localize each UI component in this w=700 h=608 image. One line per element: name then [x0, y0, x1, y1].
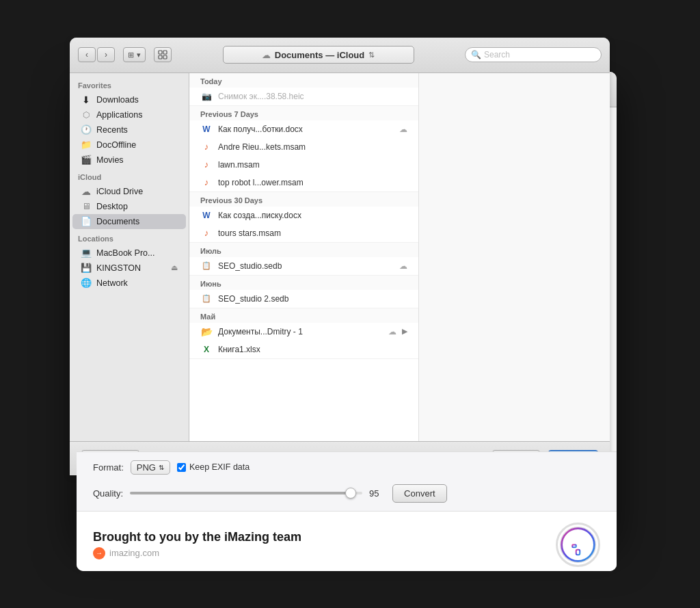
file-name: Andre Rieu...kets.msam [218, 142, 407, 152]
sidebar-item-network[interactable]: 🌐 Network [72, 276, 186, 291]
sidebar-item-label: Recents [96, 125, 128, 135]
file-name: top robot l...ower.msam [218, 178, 407, 187]
sidebar-item-macbook[interactable]: 💻 MacBook Pro... [72, 246, 186, 261]
forward-button[interactable]: › [97, 47, 115, 62]
file-item[interactable]: ♪ tours stars.msam [189, 224, 418, 242]
keep-exif-label: Keep EXIF data [189, 462, 250, 472]
keep-exif-row: Keep EXIF data [177, 462, 250, 472]
sedb-file-icon: 📋 [200, 260, 213, 272]
sidebar-item-kingston[interactable]: 💾 KINGSTON ⏏ [72, 261, 186, 276]
sidebar-item-label: Downloads [96, 95, 139, 105]
file-group-label: Today [189, 73, 418, 88]
file-group-label: Июль [189, 243, 418, 257]
promo-title: Brought to you by the iMazing team [93, 530, 301, 544]
file-group-may: Май 📂 Документы...Dmitry - 1 ☁ ▶ X Книга… [189, 308, 418, 359]
sidebar-item-desktop[interactable]: 🖥 Desktop [72, 199, 186, 214]
file-name: Книга1.xlsx [218, 345, 407, 354]
sidebar-item-label: DocOffline [96, 140, 136, 150]
nav-buttons: ‹ › [78, 47, 115, 62]
file-item[interactable]: ♪ Andre Rieu...kets.msam [189, 138, 418, 156]
file-group-label: Май [189, 308, 418, 323]
dialog-toolbar: ‹ › ⊞ ▾ ☁ Documents — iCloud ⇅ [70, 38, 610, 73]
location-cloud-icon: ☁ [262, 50, 271, 60]
location-chevron-icon: ⇅ [368, 51, 375, 60]
file-group-label: Previous 30 Days [189, 192, 418, 207]
quality-slider[interactable] [130, 492, 362, 494]
format-select[interactable]: PNG ⇅ [131, 460, 170, 475]
msam-file-icon: ♪ [200, 141, 213, 153]
sedb-file-icon: 📋 [200, 293, 213, 305]
detail-area [418, 73, 610, 441]
quality-value: 95 [369, 488, 386, 499]
quality-label: Quality: [93, 488, 123, 499]
file-group-7days: Previous 7 Days W Как получ...ботки.docx… [189, 106, 418, 192]
file-item[interactable]: W Как созда...писку.docx [189, 207, 418, 224]
promo-link[interactable]: → imazing.com [93, 547, 301, 559]
sidebar-item-icloud-drive[interactable]: ☁ iCloud Drive [72, 184, 186, 199]
file-group-june: Июнь 📋 SEO_studio 2.sedb [189, 276, 418, 308]
imazing-logo [556, 523, 600, 567]
sidebar-item-docoffline[interactable]: 📁 DocOffline [72, 137, 186, 153]
file-item[interactable]: ♪ lawn.msam [189, 156, 418, 174]
search-icon: 🔍 [471, 50, 481, 60]
sidebar-item-documents[interactable]: 📄 Documents [72, 214, 186, 229]
format-row: Format: PNG ⇅ Keep EXIF data [93, 460, 250, 475]
sidebar-item-label: Movies [96, 155, 124, 165]
svg-rect-9 [572, 544, 576, 547]
arrow-icon: ▶ [402, 327, 407, 336]
file-group-30days: Previous 30 Days W Как созда...писку.doc… [189, 192, 418, 243]
svg-rect-2 [159, 55, 162, 59]
file-name: SEO_studio.sedb [218, 261, 394, 271]
file-name: Документы...Dmitry - 1 [218, 327, 383, 336]
file-name: tours stars.msam [218, 228, 407, 238]
location-dropdown[interactable]: ☁ Documents — iCloud ⇅ [223, 46, 414, 64]
msam-file-icon: ♪ [200, 159, 213, 171]
desktop-icon: 🖥 [81, 201, 92, 212]
promo-section: Brought to you by the iMazing team → ima… [77, 512, 617, 571]
file-item[interactable]: W Как получ...ботки.docx ☁ [189, 120, 418, 138]
svg-rect-1 [163, 51, 167, 54]
applications-icon: ⬡ [81, 109, 92, 120]
search-box[interactable]: 🔍 Search [465, 47, 602, 62]
eject-icon[interactable]: ⏏ [171, 263, 178, 272]
sidebar-item-applications[interactable]: ⬡ Applications [72, 107, 186, 122]
file-name: Как созда...писку.docx [218, 211, 407, 220]
xlsx-file-icon: X [200, 343, 213, 356]
file-group-label: Previous 7 Days [189, 106, 418, 120]
sidebar-item-label: KINGSTON [96, 263, 141, 273]
macbook-icon: 💻 [81, 248, 92, 259]
file-item[interactable]: ♪ top robot l...ower.msam [189, 174, 418, 191]
sidebar-item-recents[interactable]: 🕐 Recents [72, 122, 186, 137]
folder-file-icon: 📂 [200, 326, 213, 338]
keep-exif-checkbox[interactable] [177, 463, 186, 472]
file-dialog: ‹ › ⊞ ▾ ☁ Documents — iCloud ⇅ [70, 38, 610, 475]
file-item[interactable]: 📂 Документы...Dmitry - 1 ☁ ▶ [189, 323, 418, 341]
cloud-upload-icon: ☁ [399, 261, 407, 271]
sidebar-item-movies[interactable]: 🎬 Movies [72, 153, 186, 168]
action-button[interactable] [154, 47, 172, 62]
docx-file-icon: W [200, 123, 213, 135]
docx-file-icon: W [200, 209, 213, 222]
view-dropdown-icon: ▾ [137, 51, 141, 60]
convert-button[interactable]: Convert [392, 484, 447, 503]
svg-rect-0 [159, 51, 162, 54]
file-item[interactable]: X Книга1.xlsx [189, 341, 418, 358]
file-item[interactable]: 📷 Снимок эк....38.58.heic [189, 88, 418, 105]
icloud-section-label: iCloud [70, 173, 189, 184]
file-group-label: Июнь [189, 276, 418, 290]
sidebar-item-label: Applications [96, 110, 142, 120]
sidebar-item-downloads[interactable]: ⬇ Downloads [72, 92, 186, 107]
icloud-drive-icon: ☁ [81, 186, 92, 197]
view-toggle[interactable]: ⊞ ▾ [123, 47, 146, 62]
slider-thumb[interactable] [345, 488, 356, 499]
recents-icon: 🕐 [81, 124, 92, 135]
docoffline-icon: 📁 [81, 140, 92, 150]
file-name: Как получ...ботки.docx [218, 124, 394, 134]
promo-link-label: imazing.com [109, 548, 159, 558]
back-button[interactable]: ‹ [78, 47, 96, 62]
sidebar: Favorites ⬇ Downloads ⬡ Applications 🕐 R… [70, 73, 189, 441]
file-item[interactable]: 📋 SEO_studio 2.sedb [189, 290, 418, 308]
svg-rect-3 [163, 55, 167, 59]
favorites-section-label: Favorites [70, 81, 189, 92]
file-item[interactable]: 📋 SEO_studio.sedb ☁ [189, 257, 418, 275]
